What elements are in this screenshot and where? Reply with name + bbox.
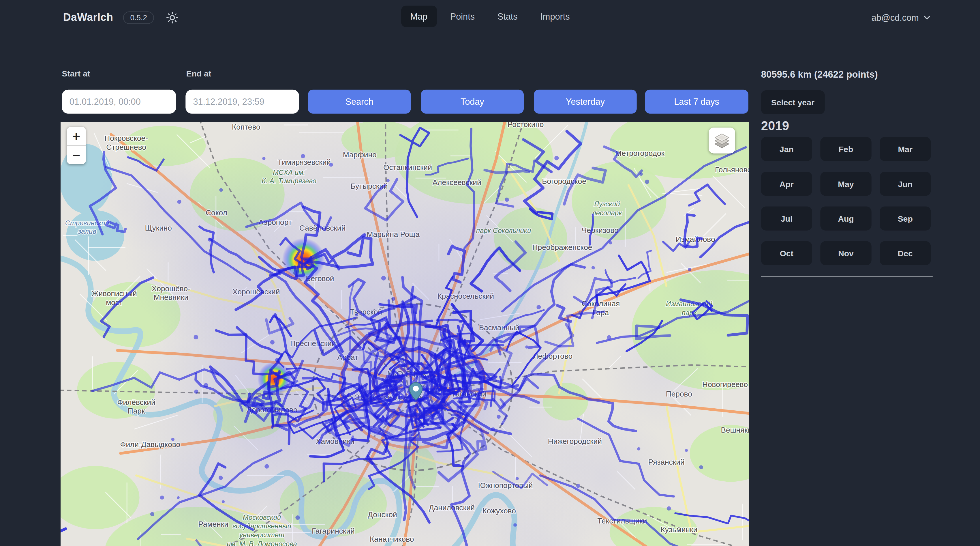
today-button[interactable]: Today <box>421 90 524 114</box>
month-jan-button[interactable]: Jan <box>761 137 812 161</box>
app: DaWarIch 0.5.2 Map Points Stats Imports … <box>0 0 980 546</box>
month-jul-button[interactable]: Jul <box>761 206 812 230</box>
month-apr-button[interactable]: Apr <box>761 172 812 196</box>
start-at-input[interactable] <box>62 90 176 114</box>
layers-icon[interactable] <box>709 128 735 153</box>
start-at-label: Start at <box>62 69 90 78</box>
month-oct-button[interactable]: Oct <box>761 241 812 265</box>
month-may-button[interactable]: May <box>820 172 871 196</box>
search-button[interactable]: Search <box>308 90 411 114</box>
app-logo[interactable]: DaWarIch <box>63 11 113 24</box>
zoom-in-button[interactable]: + <box>67 127 86 145</box>
user-email: ab@cd.com <box>872 13 919 23</box>
end-at-label: End at <box>186 69 211 78</box>
tab-stats[interactable]: Stats <box>488 6 527 27</box>
distance-stats: 80595.6 km (24622 points) <box>761 69 878 79</box>
map-pin[interactable] <box>409 382 423 401</box>
svg-text:залив: залив <box>78 227 96 235</box>
zoom-out-button[interactable]: − <box>67 146 86 164</box>
month-nov-button[interactable]: Nov <box>820 241 871 265</box>
svg-text:Кузьминки: Кузьминки <box>661 525 697 534</box>
month-jun-button[interactable]: Jun <box>880 172 931 196</box>
chevron-down-icon <box>923 14 931 21</box>
end-at-input[interactable] <box>185 90 299 114</box>
yesterday-button[interactable]: Yesterday <box>534 90 637 114</box>
svg-text:Ростокино: Ростокино <box>508 122 544 129</box>
svg-text:Покровское-: Покровское- <box>104 134 148 142</box>
month-aug-button[interactable]: Aug <box>820 206 871 230</box>
last-7-days-button[interactable]: Last 7 days <box>645 90 748 114</box>
month-sep-button[interactable]: Sep <box>880 206 931 230</box>
map-zoom-control: + − <box>67 127 86 164</box>
main-nav: Map Points Stats Imports <box>401 6 579 27</box>
year-heading: 2019 <box>761 119 789 133</box>
month-mar-button[interactable]: Mar <box>880 137 931 161</box>
user-menu[interactable]: ab@cd.com <box>872 0 931 35</box>
month-grid: Jan Feb Mar Apr May Jun Jul Aug Sep Oct … <box>761 137 931 265</box>
map-canvas[interactable]: Покровское-СтрешневоКоптевоМарфиноТимиря… <box>60 122 749 546</box>
svg-text:Метрогородок: Метрогородок <box>615 149 665 158</box>
tab-imports[interactable]: Imports <box>531 6 579 27</box>
sun-icon[interactable] <box>164 10 181 26</box>
svg-text:Гольяново: Гольяново <box>715 165 749 174</box>
month-dec-button[interactable]: Dec <box>880 241 931 265</box>
svg-text:Вешняки: Вешняки <box>721 426 749 434</box>
sidebar-divider <box>761 276 933 276</box>
tab-map[interactable]: Map <box>401 6 437 27</box>
header: DaWarIch 0.5.2 Map Points Stats Imports … <box>0 0 980 35</box>
month-feb-button[interactable]: Feb <box>820 137 871 161</box>
select-year-button[interactable]: Select year <box>761 90 824 114</box>
tab-points[interactable]: Points <box>441 6 484 27</box>
version-badge: 0.5.2 <box>123 11 154 24</box>
svg-text:Строгинский: Строгинский <box>65 219 109 227</box>
